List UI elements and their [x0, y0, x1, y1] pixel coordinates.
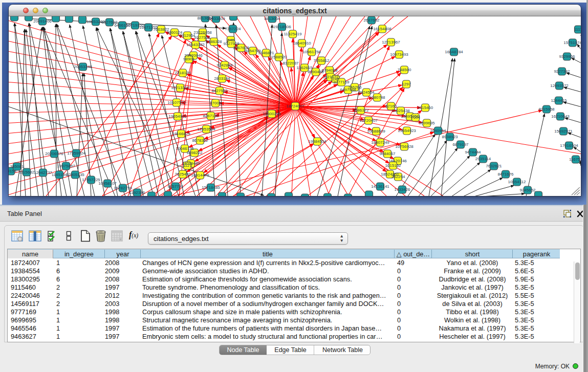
svg-text:98901: 98901	[183, 57, 195, 61]
svg-text:14136141: 14136141	[371, 184, 389, 189]
svg-text:6879197: 6879197	[452, 142, 469, 147]
svg-text:1733426: 1733426	[394, 187, 410, 192]
svg-text:20206576: 20206576	[45, 151, 63, 156]
svg-text:10025438: 10025438	[391, 108, 410, 113]
svg-text:12213369: 12213369	[171, 85, 189, 90]
svg-text:16782759: 16782759	[114, 186, 132, 190]
svg-text:252254: 252254	[391, 174, 405, 179]
svg-text:15718485: 15718485	[202, 185, 220, 190]
svg-text:15720407: 15720407	[359, 118, 378, 123]
svg-text:16914479: 16914479	[191, 173, 209, 178]
svg-text:20691406: 20691406	[33, 19, 52, 24]
svg-text:39154: 39154	[9, 169, 17, 173]
svg-text:7955812: 7955812	[313, 58, 330, 63]
svg-text:9084067: 9084067	[379, 151, 396, 156]
svg-text:9699695: 9699695	[419, 121, 435, 125]
svg-text:8427552: 8427552	[211, 89, 228, 93]
svg-text:19384554: 19384554	[308, 139, 326, 144]
svg-text:17957225: 17957225	[82, 178, 100, 182]
svg-text:8186328: 8186328	[206, 39, 222, 44]
svg-text:19975867: 19975867	[57, 164, 75, 168]
svg-text:12905135: 12905135	[66, 172, 84, 177]
svg-text:15751074: 15751074	[563, 40, 581, 45]
svg-text:16648784: 16648784	[445, 50, 463, 54]
svg-text:10688609: 10688609	[367, 129, 385, 134]
svg-text:16543382: 16543382	[186, 42, 205, 47]
svg-text:1115682: 1115682	[19, 170, 35, 174]
svg-text:18807249: 18807249	[371, 140, 389, 145]
svg-text:19166829: 19166829	[172, 132, 190, 136]
svg-text:8267130: 8267130	[203, 114, 219, 118]
svg-text:11325419: 11325419	[284, 32, 302, 36]
svg-text:10958107: 10958107	[98, 181, 117, 186]
svg-text:9329966: 9329966	[559, 54, 575, 59]
svg-text:8938923: 8938923	[442, 135, 458, 139]
svg-text:18640910: 18640910	[293, 41, 311, 46]
svg-text:9474444: 9474444	[465, 150, 481, 155]
svg-text:19218506: 19218506	[273, 25, 291, 29]
svg-text:7604: 7604	[411, 115, 420, 120]
svg-text:2718176: 2718176	[175, 71, 191, 75]
svg-text:385081: 385081	[10, 164, 24, 169]
svg-text:1145194: 1145194	[52, 172, 68, 177]
svg-text:3824554: 3824554	[358, 90, 375, 95]
svg-text:9242848: 9242848	[216, 63, 233, 68]
svg-text:15692971: 15692971	[554, 129, 573, 134]
svg-text:8678352: 8678352	[192, 138, 208, 143]
svg-text:7632621: 7632621	[486, 164, 502, 168]
svg-text:10756928: 10756928	[395, 144, 413, 149]
svg-text:10973493: 10973493	[390, 52, 408, 57]
svg-text:1588520: 1588520	[271, 55, 287, 59]
svg-text:2803144: 2803144	[214, 76, 230, 81]
svg-text:16154808: 16154808	[373, 27, 391, 31]
svg-text:746266: 746266	[348, 85, 362, 90]
svg-text:1080748: 1080748	[369, 95, 385, 100]
svg-text:1615152: 1615152	[385, 163, 401, 168]
svg-text:116753: 116753	[569, 157, 581, 162]
svg-text:10654112: 10654112	[508, 180, 527, 184]
svg-text:748500: 748500	[398, 68, 411, 72]
svg-text:8215958: 8215958	[538, 107, 555, 112]
svg-text:62160: 62160	[385, 104, 397, 108]
svg-text:1117: 1117	[574, 27, 581, 32]
svg-text:9857791: 9857791	[167, 184, 184, 189]
svg-text:8813054: 8813054	[264, 16, 280, 21]
svg-text:17359924: 17359924	[67, 151, 85, 156]
svg-text:16210643: 16210643	[551, 114, 570, 119]
svg-text:1297: 1297	[402, 82, 411, 86]
svg-text:17016504: 17016504	[560, 143, 578, 148]
svg-text:10107553: 10107553	[167, 100, 186, 105]
svg-text:16120746: 16120746	[388, 159, 407, 163]
svg-text:7625402: 7625402	[175, 172, 191, 177]
svg-text:7986372: 7986372	[353, 108, 369, 113]
svg-text:19654923: 19654923	[398, 128, 416, 133]
svg-text:1127: 1127	[183, 163, 192, 168]
svg-text:19654985: 19654985	[168, 114, 187, 119]
svg-text:2935114: 2935114	[475, 157, 491, 161]
svg-text:9227342: 9227342	[554, 69, 570, 74]
svg-text:18724007: 18724007	[286, 104, 304, 108]
svg-text:1192346: 1192346	[129, 190, 145, 195]
svg-text:7357224: 7357224	[225, 27, 241, 31]
svg-text:17006: 17006	[210, 101, 222, 105]
svg-text:9245652: 9245652	[519, 188, 536, 192]
svg-text:10033809: 10033809	[207, 16, 225, 21]
svg-text:12942737: 12942737	[34, 170, 52, 175]
svg-text:1640954: 1640954	[430, 128, 446, 133]
svg-text:12353594: 12353594	[197, 127, 215, 132]
svg-text:18300295: 18300295	[263, 112, 281, 116]
svg-text:9115460: 9115460	[418, 105, 433, 110]
svg-text:12093572: 12093572	[550, 83, 569, 88]
svg-text:1244415: 1244415	[551, 98, 567, 103]
svg-text:2687682: 2687682	[363, 18, 380, 23]
svg-text:6794028: 6794028	[321, 68, 338, 73]
svg-text:20053346: 20053346	[74, 64, 92, 69]
svg-text:12213967: 12213967	[382, 40, 400, 45]
svg-text:23226058: 23226058	[193, 30, 212, 35]
svg-text:8471676: 8471676	[497, 172, 514, 177]
svg-text:9777169: 9777169	[333, 80, 350, 84]
svg-text:8322037: 8322037	[282, 61, 299, 65]
svg-text:1498222: 1498222	[186, 150, 203, 155]
svg-text:10961758: 10961758	[302, 50, 321, 54]
